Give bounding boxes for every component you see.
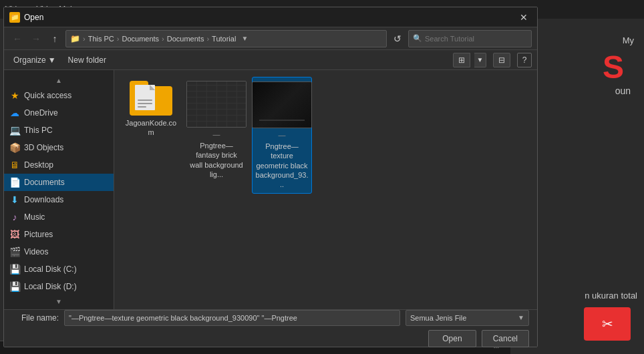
sidebar-label-videos: Videos	[24, 247, 48, 256]
view-dropdown-button[interactable]: ▼	[474, 53, 486, 67]
file-area: JagoanKode.com — Pngtree—fantasy brick w…	[114, 70, 537, 309]
list-item[interactable]: — Pngtree—fantasy brick wall background …	[186, 77, 247, 194]
sidebar-item-local-disk-c[interactable]: 💾 Local Disk (C:)	[4, 260, 114, 278]
file-dialog-bottom: File name: Semua Jenis File ▼ Open Cance…	[4, 309, 537, 347]
forward-button[interactable]: →	[28, 31, 44, 47]
file-label-jagoan-kode: JagoanKode.com	[124, 118, 178, 138]
view-tile-button[interactable]: ⊟	[493, 53, 510, 67]
help-button[interactable]: ?	[517, 53, 532, 67]
search-icon: 🔍	[413, 34, 422, 43]
file-name-label: File name:	[12, 313, 59, 323]
sidebar-item-desktop[interactable]: 🖥 Desktop	[4, 156, 114, 174]
open-button[interactable]: Open	[428, 330, 476, 347]
breadcrumb-sep-1: ›	[117, 35, 120, 43]
back-button[interactable]: ←	[9, 31, 25, 47]
sidebar-item-local-disk-d[interactable]: 💾 Local Disk (D:)	[4, 278, 114, 295]
view-dropdown-arrow-icon: ▼	[477, 56, 484, 63]
sidebar-item-documents[interactable]: 📄 Documents	[4, 174, 114, 191]
sidebar-item-pictures[interactable]: 🖼 Pictures	[4, 226, 114, 243]
disk-d-icon: 💾	[9, 281, 20, 292]
breadcrumb-sep-2: ›	[162, 35, 164, 43]
breadcrumb-sep-3: ›	[206, 35, 209, 43]
sidebar: ▲ ★ Quick access ☁ OneDrive 💻 This PC 📦	[4, 70, 114, 309]
breadcrumb-documents-2[interactable]: Documents	[167, 35, 204, 43]
breadcrumb-folder-icon: 📁	[70, 34, 80, 43]
cloud-icon: ☁	[9, 108, 20, 118]
sidebar-label-local-disk-d: Local Disk (D:)	[24, 282, 77, 291]
search-box[interactable]: 🔍	[408, 30, 532, 47]
new-folder-button[interactable]: New folder	[64, 53, 110, 67]
sidebar-label-onedrive: OneDrive	[24, 108, 58, 118]
breadcrumb-bar: 📁 › This PC › Documents › Documents › Tu…	[65, 30, 387, 47]
documents-icon: 📄	[9, 177, 20, 188]
sidebar-item-this-pc[interactable]: 💻 This PC	[4, 122, 114, 139]
sidebar-label-3d-objects: 3D Objects	[24, 143, 63, 152]
sidebar-label-music: Music	[24, 212, 45, 222]
sidebar-item-downloads[interactable]: ⬇ Downloads	[4, 191, 114, 208]
file-type-dropdown-arrow: ▼	[518, 314, 524, 321]
3d-objects-icon: 📦	[9, 142, 20, 153]
downloads-icon: ⬇	[9, 194, 20, 205]
help-icon: ?	[522, 55, 527, 65]
dialog-title-bar: 📁 Open ✕	[4, 7, 537, 27]
sidebar-scroll-down[interactable]: ▼	[4, 297, 114, 307]
file-type-value: Semua Jenis File	[410, 314, 518, 322]
sidebar-section: ★ Quick access ☁ OneDrive 💻 This PC 📦 3D…	[4, 85, 114, 297]
sidebar-scroll-up[interactable]: ▲	[4, 75, 114, 85]
videos-icon: 🎬	[9, 246, 20, 257]
organize-toolbar: Organize ▼ New folder ⊞ ▼ ⊟ ?	[4, 50, 537, 70]
organize-label: Organize	[13, 55, 46, 65]
sidebar-label-local-disk-c: Local Disk (C:)	[24, 264, 77, 274]
action-buttons-row: Open Cancel	[12, 330, 529, 347]
sidebar-item-3d-objects[interactable]: 📦 3D Objects	[4, 139, 114, 156]
folder-icon: 📁	[11, 13, 19, 21]
folder-icon	[130, 81, 172, 116]
organize-arrow-icon: ▼	[48, 55, 56, 65]
cancel-button[interactable]: Cancel	[482, 330, 529, 347]
view-icon: ⊞	[458, 55, 465, 65]
breadcrumb-documents-1[interactable]: Documents	[122, 35, 159, 43]
list-item[interactable]: — Pngtree—texture geometric black backgr…	[252, 77, 312, 194]
dialog-title: Open	[24, 13, 43, 22]
sidebar-item-music[interactable]: ♪ Music	[4, 208, 114, 226]
file-name-row: File name: Semua Jenis File ▼	[12, 310, 529, 326]
file-dash-texture: —	[279, 131, 286, 139]
breadcrumb-this-pc[interactable]: This PC	[88, 35, 114, 43]
main-content: ▲ ★ Quick access ☁ OneDrive 💻 This PC 📦	[4, 70, 537, 309]
scroll-down-arrow[interactable]: ▼	[55, 298, 62, 305]
breadcrumb-dropdown-arrow[interactable]: ▼	[241, 35, 248, 42]
breadcrumb-sep-0: ›	[83, 35, 86, 43]
red-action-button[interactable]: ✂	[584, 307, 631, 341]
view-button[interactable]: ⊞	[453, 53, 470, 67]
sidebar-label-desktop: Desktop	[24, 160, 53, 170]
navigation-toolbar: ← → ↑ 📁 › This PC › Documents › Document…	[4, 27, 537, 50]
disk-c-icon: 💾	[9, 264, 20, 275]
up-button[interactable]: ↑	[47, 31, 63, 47]
list-item[interactable]: JagoanKode.com	[121, 77, 181, 194]
sidebar-label-this-pc: This PC	[24, 126, 53, 135]
organize-button[interactable]: Organize ▼	[9, 53, 60, 67]
file-label-pngtree-texture: Pngtree—texture geometric black backgrou…	[255, 142, 309, 189]
breadcrumb-tutorial[interactable]: Tutorial	[212, 35, 236, 43]
scroll-up-arrow[interactable]: ▲	[55, 77, 62, 84]
open-file-dialog: 📁 Open ✕ ← → ↑ 📁 › This PC › Documents ›…	[3, 7, 538, 347]
desktop-icon: 🖥	[9, 160, 20, 170]
file-type-select[interactable]: Semua Jenis File ▼	[406, 310, 529, 326]
ukuran-text: n ukuran total	[585, 291, 637, 301]
sidebar-label-downloads: Downloads	[24, 195, 63, 204]
thumbnail-black	[252, 81, 312, 128]
refresh-button[interactable]: ↺	[389, 31, 406, 47]
sidebar-item-onedrive[interactable]: ☁ OneDrive	[4, 104, 114, 122]
sidebar-label-documents: Documents	[24, 178, 65, 187]
sidebar-item-videos[interactable]: 🎬 Videos	[4, 243, 114, 260]
music-icon: ♪	[9, 212, 20, 222]
file-name-input[interactable]	[64, 310, 400, 326]
pictures-icon: 🖼	[9, 229, 20, 240]
search-input[interactable]	[425, 35, 518, 43]
file-dash-fantasy: —	[213, 130, 220, 138]
sidebar-label-pictures: Pictures	[24, 230, 53, 239]
file-label-pngtree-fantasy: Pngtree—fantasy brick wall background li…	[189, 141, 244, 179]
close-button[interactable]: ✕	[516, 9, 532, 25]
computer-icon: 💻	[9, 125, 20, 136]
sidebar-item-quick-access[interactable]: ★ Quick access	[4, 87, 114, 104]
